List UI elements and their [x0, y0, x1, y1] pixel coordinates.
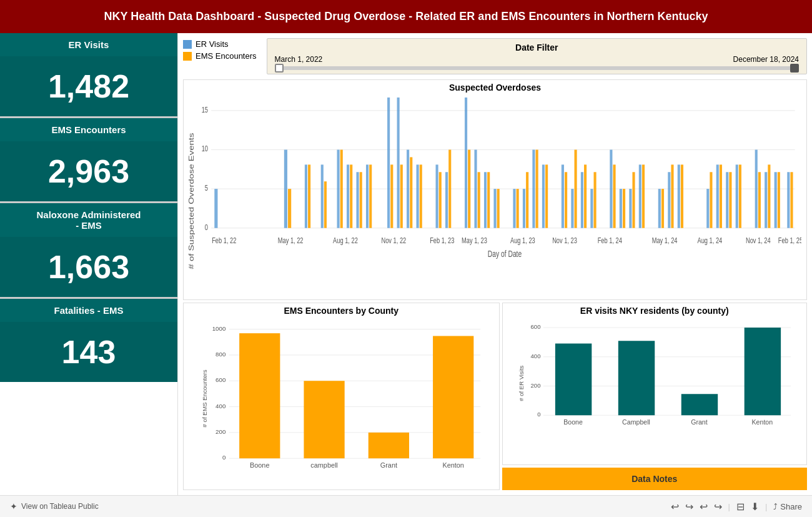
- legend-item-ems: EMS Encounters: [183, 51, 257, 61]
- svg-rect-68: [658, 189, 661, 228]
- date-filter-title: Date Filter: [275, 43, 799, 53]
- svg-rect-51: [545, 164, 548, 228]
- slider-thumb-right[interactable]: [790, 64, 799, 73]
- svg-rect-42: [493, 189, 496, 228]
- svg-text:Aug 1, 24: Aug 1, 24: [697, 236, 722, 244]
- svg-rect-59: [593, 172, 596, 228]
- date-slider-track[interactable]: [275, 66, 799, 70]
- svg-rect-135: [618, 341, 654, 415]
- tableau-link[interactable]: ✦ View on Tableau Public: [10, 501, 99, 511]
- layout-icon[interactable]: ⊟: [736, 501, 745, 513]
- svg-rect-65: [632, 172, 635, 228]
- svg-rect-30: [417, 164, 419, 228]
- svg-rect-20: [356, 172, 359, 228]
- svg-text:Feb 1, 22: Feb 1, 22: [212, 236, 236, 244]
- svg-rect-17: [340, 149, 343, 228]
- svg-text:campbell: campbell: [310, 461, 337, 469]
- svg-text:400: 400: [530, 353, 540, 359]
- svg-rect-57: [584, 164, 587, 228]
- svg-rect-33: [439, 172, 442, 228]
- forward-icon[interactable]: ↪: [714, 501, 722, 513]
- svg-rect-75: [710, 172, 712, 228]
- share-label[interactable]: Share: [780, 502, 802, 511]
- svg-rect-63: [623, 189, 625, 228]
- svg-rect-12: [305, 164, 307, 228]
- stat-label-ems: EMS Encounters: [0, 118, 177, 141]
- svg-rect-48: [532, 149, 535, 228]
- svg-rect-38: [474, 149, 477, 228]
- svg-rect-26: [397, 98, 400, 228]
- svg-rect-34: [445, 172, 448, 228]
- svg-text:Aug 1, 23: Aug 1, 23: [510, 236, 535, 244]
- separator2: |: [765, 502, 767, 511]
- svg-text:May 1, 23: May 1, 23: [462, 236, 487, 244]
- chart-ems-county-title: EMS Encounters by County: [189, 306, 494, 316]
- svg-text:# of EMS Encounters: # of EMS Encounters: [201, 369, 208, 427]
- svg-text:Grant: Grant: [691, 418, 708, 426]
- date-filter-labels: March 1, 2022 December 18, 2024: [275, 55, 799, 64]
- svg-text:May 1, 22: May 1, 22: [278, 236, 304, 244]
- svg-rect-77: [720, 164, 722, 228]
- svg-rect-64: [629, 189, 631, 228]
- svg-rect-117: [239, 333, 280, 458]
- svg-rect-18: [347, 164, 349, 228]
- legend-color-ems: [183, 52, 192, 61]
- svg-rect-35: [448, 149, 451, 228]
- svg-rect-9: [214, 189, 217, 228]
- svg-rect-80: [736, 164, 738, 228]
- share-icon: ⤴: [773, 502, 778, 511]
- legend-color-er: [183, 40, 192, 49]
- svg-text:Boone: Boone: [563, 418, 583, 426]
- svg-rect-66: [639, 164, 641, 228]
- svg-text:Day of Date: Day of Date: [488, 248, 522, 259]
- svg-text:0: 0: [205, 223, 208, 231]
- svg-rect-78: [726, 172, 728, 228]
- svg-text:Kenton: Kenton: [751, 418, 773, 426]
- stat-block-ems: EMS Encounters 2,963: [0, 118, 177, 201]
- svg-rect-134: [555, 344, 591, 416]
- svg-rect-46: [523, 189, 525, 228]
- svg-rect-49: [536, 149, 538, 228]
- stat-label-naloxone: Naloxone Administered- EMS: [0, 203, 177, 237]
- svg-rect-137: [744, 328, 780, 415]
- tableau-label[interactable]: View on Tableau Public: [21, 502, 99, 511]
- svg-text:600: 600: [530, 323, 540, 330]
- svg-text:Kenton: Kenton: [442, 461, 463, 469]
- title-bar: NKY Health Data Dashboard - Suspected Dr…: [0, 0, 812, 33]
- svg-text:15: 15: [202, 105, 208, 114]
- download-icon[interactable]: ⬇: [751, 501, 759, 513]
- chart-overdoses-title: Suspected Overdoses: [189, 83, 801, 93]
- svg-rect-50: [542, 164, 545, 228]
- legend-label-er: ER Visits: [196, 39, 229, 49]
- svg-rect-44: [513, 189, 515, 228]
- undo-icon[interactable]: ↩: [671, 501, 679, 513]
- stat-block-fatalities: Fatalities - EMS 143: [0, 299, 177, 382]
- data-notes-button[interactable]: Data Notes: [502, 468, 808, 490]
- svg-text:# of Suspected Overdose Events: # of Suspected Overdose Events: [189, 133, 196, 269]
- svg-rect-58: [590, 189, 593, 228]
- dashboard-title: NKY Health Data Dashboard - Suspected Dr…: [104, 10, 708, 23]
- svg-text:Feb 1, 23: Feb 1, 23: [430, 236, 454, 244]
- svg-rect-19: [350, 164, 352, 228]
- legend: ER Visits EMS Encounters: [183, 38, 257, 61]
- slider-thumb-left[interactable]: [275, 64, 284, 73]
- redo-icon[interactable]: ↪: [685, 501, 693, 513]
- svg-rect-118: [304, 381, 344, 458]
- svg-rect-13: [308, 164, 310, 228]
- date-filter-box: Date Filter March 1, 2022 December 18, 2…: [267, 38, 807, 74]
- svg-rect-79: [729, 172, 731, 228]
- er-county-svg: # of ER Visits 600 400 200 0: [508, 317, 802, 450]
- date-end-label: December 18, 2024: [733, 55, 799, 64]
- svg-rect-53: [565, 172, 567, 228]
- svg-text:# of ER Visits: # of ER Visits: [517, 365, 524, 401]
- back-icon[interactable]: ↩: [700, 501, 708, 513]
- svg-text:May 1, 24: May 1, 24: [652, 236, 678, 244]
- svg-rect-83: [758, 172, 761, 228]
- svg-rect-136: [681, 394, 717, 415]
- svg-rect-40: [484, 172, 487, 228]
- svg-rect-43: [497, 189, 500, 228]
- share-button[interactable]: ⤴ Share: [773, 502, 802, 511]
- stat-value-fatalities: 143: [0, 322, 177, 382]
- svg-rect-87: [778, 172, 780, 228]
- svg-text:800: 800: [215, 351, 226, 358]
